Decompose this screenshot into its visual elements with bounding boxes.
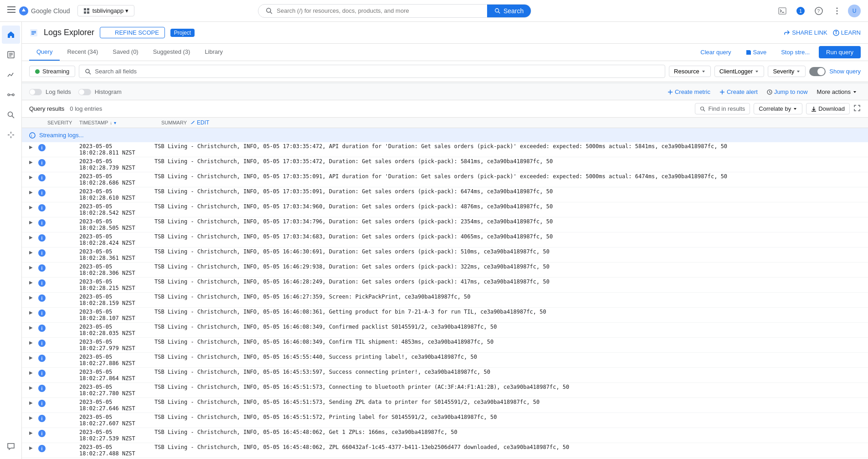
stop-stream-button[interactable]: Stop stre...	[776, 46, 815, 58]
table-row[interactable]: ▶ i 2023-05-05 18:02:27.646 NZST TSB Liv…	[22, 398, 868, 413]
edit-columns-button[interactable]: EDIT	[190, 119, 209, 126]
table-row[interactable]: ▶ i 2023-05-05 18:02:27.488 NZST TSB Liv…	[22, 443, 868, 458]
tab-suggested[interactable]: Suggested (3)	[146, 44, 198, 61]
row-expand-arrow[interactable]: ▶	[29, 385, 36, 390]
client-logger-dropdown[interactable]: ClientLogger	[714, 66, 765, 77]
table-row[interactable]: ▶ i 2023-05-05 18:02:28.739 NZST TSB Liv…	[22, 157, 868, 172]
row-expand-arrow[interactable]: ▶	[29, 310, 36, 315]
severity-dropdown[interactable]: Severity	[768, 66, 806, 77]
row-expand-arrow[interactable]: ▶	[29, 190, 36, 195]
table-row[interactable]: ▶ i 2023-05-05 18:02:27.539 NZST TSB Liv…	[22, 428, 868, 443]
expand-icon[interactable]	[853, 104, 861, 113]
find-results-input[interactable]: Find in results	[695, 103, 750, 114]
resource-dropdown[interactable]: Resource	[669, 66, 711, 77]
timestamp-column-header[interactable]: TIMESTAMP ↓ ▾	[79, 120, 161, 125]
row-expand-arrow[interactable]: ▶	[29, 280, 36, 285]
table-row[interactable]: ▶ i 2023-05-05 18:02:28.215 NZST TSB Liv…	[22, 278, 868, 293]
search-button[interactable]: Search	[487, 5, 531, 17]
tab-query[interactable]: Query	[29, 44, 60, 61]
row-expand-arrow[interactable]: ▶	[29, 370, 36, 375]
tab-recent[interactable]: Recent (34)	[60, 44, 105, 61]
row-expand-arrow[interactable]: ▶	[29, 295, 36, 300]
row-expand-arrow[interactable]: ▶	[29, 340, 36, 345]
row-expand-arrow[interactable]: ▶	[29, 250, 36, 255]
svg-rect-12	[779, 8, 786, 14]
row-timestamp: 2023-05-05 18:02:28.107 NZST	[79, 309, 154, 321]
table-row[interactable]: ▶ i 2023-05-05 18:02:28.811 NZST TSB Liv…	[22, 142, 868, 157]
search-btn-icon	[494, 8, 501, 14]
share-link-button[interactable]: SHARE LINK	[784, 29, 827, 36]
hamburger-menu[interactable]	[7, 5, 15, 16]
table-row[interactable]: ▶ i 2023-05-05 18:02:28.107 NZST TSB Liv…	[22, 308, 868, 323]
row-expand-arrow[interactable]: ▶	[29, 415, 36, 420]
log-fields-toggle[interactable]: Log fields	[29, 88, 71, 95]
sidebar-logs-icon[interactable]	[2, 46, 20, 64]
table-row[interactable]: ▶ i 2023-05-05 18:02:28.035 NZST TSB Liv…	[22, 323, 868, 338]
svg-point-40	[701, 107, 704, 110]
row-summary: TSB Living - Christchurch, INFO, 05-05 1…	[154, 324, 861, 330]
sidebar-trace-icon[interactable]	[2, 86, 20, 104]
user-avatar[interactable]: U	[848, 5, 861, 17]
row-expand-arrow[interactable]: ▶	[29, 355, 36, 360]
log-fields-toggle-switch[interactable]	[29, 89, 42, 95]
sidebar-profiler-icon[interactable]	[2, 126, 20, 144]
query-toggle[interactable]	[809, 67, 826, 76]
table-row[interactable]: ▶ i 2023-05-05 18:02:27.780 NZST TSB Liv…	[22, 383, 868, 398]
jump-to-now-button[interactable]: Jump to now	[763, 88, 812, 96]
row-expand-arrow[interactable]: ▶	[29, 160, 36, 165]
histogram-toggle[interactable]: Histogram	[78, 88, 122, 95]
table-row[interactable]: ▶ i 2023-05-05 18:02:28.542 NZST TSB Liv…	[22, 202, 868, 217]
table-row[interactable]: ▶ i 2023-05-05 18:02:28.610 NZST TSB Liv…	[22, 187, 868, 202]
table-row[interactable]: ▶ i 2023-05-05 18:02:28.505 NZST TSB Liv…	[22, 217, 868, 232]
learn-button[interactable]: LEARN	[833, 29, 861, 36]
sidebar-feedback-icon[interactable]	[2, 437, 20, 455]
row-expand-arrow[interactable]: ▶	[29, 445, 36, 450]
more-options-icon[interactable]	[830, 4, 844, 18]
table-row[interactable]: ▶ i 2023-05-05 18:02:27.979 NZST TSB Liv…	[22, 338, 868, 353]
row-expand-arrow[interactable]: ▶	[29, 175, 36, 180]
google-cloud-logo[interactable]: Google Cloud	[19, 6, 70, 15]
table-row[interactable]: ▶ i 2023-05-05 18:02:28.159 NZST TSB Liv…	[22, 293, 868, 308]
save-button[interactable]: Save	[740, 46, 772, 58]
clear-query-button[interactable]: Clear query	[695, 46, 736, 58]
more-actions-button[interactable]: More actions	[813, 88, 861, 96]
row-expand-arrow[interactable]: ▶	[29, 265, 36, 270]
table-row[interactable]: ▶ i 2023-05-05 18:02:27.607 NZST TSB Liv…	[22, 413, 868, 428]
run-query-button[interactable]: Run query	[819, 46, 861, 58]
row-expand-arrow[interactable]: ▶	[29, 235, 36, 240]
tab-library[interactable]: Library	[197, 44, 230, 61]
global-search-input[interactable]	[277, 7, 483, 14]
row-expand-arrow[interactable]: ▶	[29, 400, 36, 405]
sidebar-home-icon[interactable]	[2, 26, 20, 44]
streaming-label: Streaming	[42, 68, 69, 75]
row-expand-arrow[interactable]: ▶	[29, 220, 36, 225]
row-expand-arrow[interactable]: ▶	[29, 205, 36, 210]
row-expand-arrow[interactable]: ▶	[29, 144, 36, 150]
streaming-button[interactable]: Streaming	[29, 66, 75, 77]
help-icon[interactable]: ?	[812, 4, 826, 18]
sidebar-metrics-icon[interactable]	[2, 66, 20, 84]
tab-saved[interactable]: Saved (0)	[105, 44, 145, 61]
svg-rect-6	[84, 11, 86, 14]
row-info-icon: i	[38, 415, 46, 422]
create-alert-button[interactable]: Create alert	[716, 88, 761, 96]
table-row[interactable]: ▶ i 2023-05-05 18:02:28.424 NZST TSB Liv…	[22, 232, 868, 248]
histogram-toggle-switch[interactable]	[78, 89, 91, 95]
row-expand-arrow[interactable]: ▶	[29, 430, 36, 435]
project-selector[interactable]: tsblivingapp ▾	[77, 5, 134, 16]
table-row[interactable]: ▶ i 2023-05-05 18:02:28.306 NZST TSB Liv…	[22, 263, 868, 278]
sidebar-search-icon[interactable]	[2, 106, 20, 124]
refine-scope-button[interactable]: REFINE SCOPE	[100, 27, 165, 38]
create-metric-button[interactable]: Create metric	[664, 88, 714, 96]
terminal-icon[interactable]	[775, 4, 790, 18]
table-row[interactable]: ▶ i 2023-05-05 18:02:27.864 NZST TSB Liv…	[22, 368, 868, 383]
row-expand-arrow[interactable]: ▶	[29, 325, 36, 330]
show-query-button[interactable]: Show query	[829, 68, 861, 75]
search-all-fields-bar[interactable]: Search all fields	[79, 65, 665, 78]
download-button[interactable]: Download	[806, 103, 850, 114]
correlate-button[interactable]: Correlate by	[754, 103, 802, 114]
notification-icon[interactable]: 1	[793, 4, 808, 18]
table-row[interactable]: ▶ i 2023-05-05 18:02:28.686 NZST TSB Liv…	[22, 172, 868, 187]
table-row[interactable]: ▶ i 2023-05-05 18:02:28.361 NZST TSB Liv…	[22, 248, 868, 263]
table-row[interactable]: ▶ i 2023-05-05 18:02:27.886 NZST TSB Liv…	[22, 353, 868, 368]
